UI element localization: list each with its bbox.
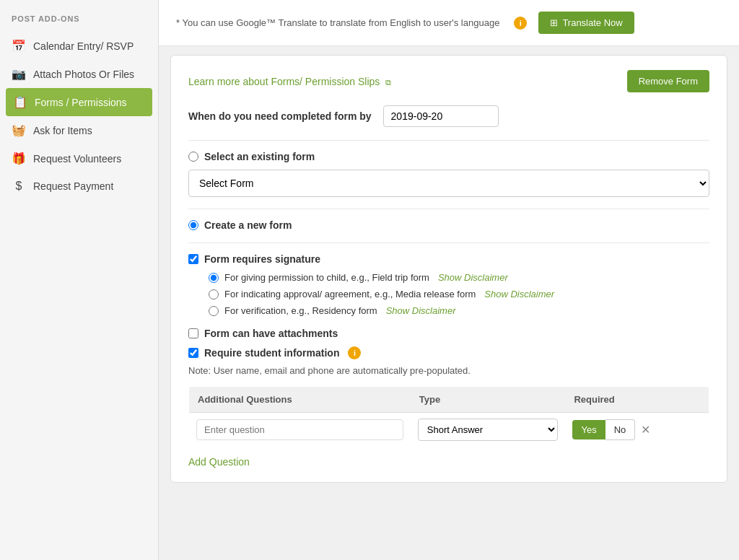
translate-info-text: * You can use Google™ Translate to trans… bbox=[176, 17, 499, 28]
sidebar-item-label: Request Payment bbox=[33, 180, 113, 192]
basket-icon: 🧺 bbox=[12, 123, 26, 137]
sig-option2-radio[interactable] bbox=[209, 289, 219, 299]
required-toggle: Yes No ✕ bbox=[572, 419, 701, 440]
sig-option3-label[interactable]: For verification, e.g., Residency form bbox=[224, 305, 377, 316]
main-content: * You can use Google™ Translate to trans… bbox=[159, 0, 739, 560]
sidebar-item-label: Request Volunteers bbox=[33, 153, 121, 165]
required-no-button[interactable]: No bbox=[605, 419, 636, 440]
sig-option3-row: For verification, e.g., Residency form S… bbox=[209, 305, 709, 316]
sig-option2-disclaimer[interactable]: Show Disclaimer bbox=[484, 289, 554, 299]
sig-option1-label[interactable]: For giving permission to child, e.g., Fi… bbox=[224, 272, 429, 283]
signature-checkbox[interactable] bbox=[188, 254, 198, 264]
student-info-check-row: Require student information i bbox=[188, 346, 709, 359]
type-cell: Short Answer Multiple Choice Checkbox Da… bbox=[411, 413, 566, 447]
student-info-icon[interactable]: i bbox=[348, 346, 361, 359]
learn-more-label: Learn more about Forms/ Permission Slips bbox=[188, 76, 380, 87]
col-required-header: Required bbox=[565, 387, 709, 413]
student-info-label[interactable]: Require student information bbox=[204, 347, 339, 359]
form-panel-header: Learn more about Forms/ Permission Slips… bbox=[188, 70, 709, 92]
translate-icon: ⊞ bbox=[550, 17, 558, 28]
question-input[interactable] bbox=[196, 419, 403, 440]
sidebar-item-label: Ask for Items bbox=[33, 125, 92, 136]
select-existing-label[interactable]: Select an existing form bbox=[204, 151, 315, 162]
sidebar: POST ADD-ONS 📅 Calendar Entry/ RSVP 📷 At… bbox=[0, 0, 159, 560]
translate-now-button[interactable]: ⊞ Translate Now bbox=[538, 12, 634, 34]
type-select[interactable]: Short Answer Multiple Choice Checkbox Da… bbox=[418, 419, 559, 441]
col-questions-header: Additional Questions bbox=[189, 387, 411, 413]
dollar-icon: $ bbox=[12, 180, 26, 193]
divider-3 bbox=[188, 242, 709, 243]
col-type-header: Type bbox=[411, 387, 566, 413]
form-date-row: When do you need completed form by bbox=[188, 105, 709, 127]
camera-icon: 📷 bbox=[12, 67, 26, 81]
sidebar-item-label: Forms / Permissions bbox=[35, 97, 127, 108]
divider-2 bbox=[188, 209, 709, 209]
create-new-radio-row: Create a new form bbox=[188, 219, 709, 231]
sig-option1-row: For giving permission to child, e.g., Fi… bbox=[209, 272, 709, 283]
calendar-icon: 📅 bbox=[12, 39, 26, 53]
sidebar-item-payment[interactable]: $ Request Payment bbox=[0, 172, 158, 200]
sig-option1-radio[interactable] bbox=[209, 273, 219, 283]
add-question-link[interactable]: Add Question bbox=[188, 456, 250, 468]
divider-1 bbox=[188, 140, 709, 141]
sig-option2-row: For indicating approval/ agreement, e.g.… bbox=[209, 289, 709, 299]
sig-option3-radio[interactable] bbox=[209, 306, 219, 316]
student-info-note: Note: User name, email and phone are aut… bbox=[188, 365, 709, 376]
create-new-label[interactable]: Create a new form bbox=[204, 219, 292, 231]
additional-questions-table: Additional Questions Type Required Short… bbox=[188, 386, 709, 447]
signature-check-row: Form requires signature bbox=[188, 253, 709, 265]
select-existing-radio-row: Select an existing form bbox=[188, 151, 709, 162]
sidebar-item-ask-items[interactable]: 🧺 Ask for Items bbox=[0, 116, 158, 144]
required-cell: Yes No ✕ bbox=[565, 413, 709, 447]
table-row: Short Answer Multiple Choice Checkbox Da… bbox=[189, 413, 709, 447]
signature-label[interactable]: Form requires signature bbox=[204, 253, 320, 265]
sidebar-item-volunteers[interactable]: 🎁 Request Volunteers bbox=[0, 144, 158, 172]
sidebar-item-forms[interactable]: 📋 Forms / Permissions bbox=[6, 88, 152, 116]
sidebar-item-label: Calendar Entry/ RSVP bbox=[33, 40, 134, 52]
sidebar-item-photos[interactable]: 📷 Attach Photos Or Files bbox=[0, 60, 158, 88]
gift-icon: 🎁 bbox=[12, 152, 26, 165]
select-form-wrapper: Select Form bbox=[188, 170, 709, 197]
forms-icon: 📋 bbox=[13, 95, 27, 109]
sig-option1-disclaimer[interactable]: Show Disclaimer bbox=[438, 272, 508, 283]
learn-more-link[interactable]: Learn more about Forms/ Permission Slips… bbox=[188, 76, 391, 87]
question-cell bbox=[189, 413, 411, 447]
sidebar-item-calendar[interactable]: 📅 Calendar Entry/ RSVP bbox=[0, 32, 158, 60]
table-header-row: Additional Questions Type Required bbox=[189, 387, 709, 413]
attachments-checkbox[interactable] bbox=[188, 328, 198, 338]
translate-info-icon[interactable]: i bbox=[514, 17, 527, 30]
student-info-checkbox[interactable] bbox=[188, 348, 198, 358]
completed-by-date-input[interactable] bbox=[383, 105, 499, 127]
required-yes-button[interactable]: Yes bbox=[572, 420, 605, 439]
attachments-label[interactable]: Form can have attachments bbox=[204, 328, 338, 339]
delete-row-button[interactable]: ✕ bbox=[635, 420, 656, 439]
external-link-icon: ⧉ bbox=[385, 78, 391, 87]
attachments-check-row: Form can have attachments bbox=[188, 328, 709, 339]
form-panel: Learn more about Forms/ Permission Slips… bbox=[170, 55, 727, 483]
form-date-label: When do you need completed form by bbox=[188, 110, 372, 122]
translate-bar: * You can use Google™ Translate to trans… bbox=[159, 0, 739, 46]
sig-option2-label[interactable]: For indicating approval/ agreement, e.g.… bbox=[224, 289, 476, 299]
sig-option3-disclaimer[interactable]: Show Disclaimer bbox=[386, 305, 456, 316]
sidebar-section-title: POST ADD-ONS bbox=[0, 14, 158, 32]
remove-form-button[interactable]: Remove Form bbox=[627, 70, 709, 92]
translate-btn-label: Translate Now bbox=[562, 17, 622, 28]
select-form-dropdown[interactable]: Select Form bbox=[188, 170, 709, 197]
create-new-radio[interactable] bbox=[188, 220, 198, 230]
sidebar-item-label: Attach Photos Or Files bbox=[33, 69, 134, 80]
select-existing-radio[interactable] bbox=[188, 152, 198, 162]
